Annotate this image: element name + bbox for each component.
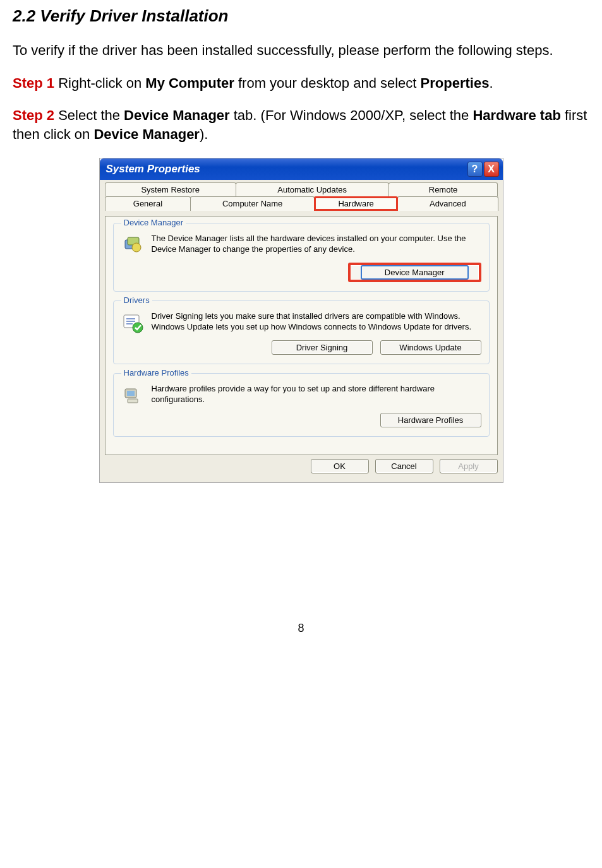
tab-advanced[interactable]: Advanced bbox=[397, 196, 498, 211]
group-device-manager: Device Manager The Device Manager lists … bbox=[113, 223, 490, 292]
tab-row-back: System Restore Automatic Updates Remote bbox=[105, 182, 498, 196]
tab-hardware[interactable]: Hardware bbox=[314, 196, 398, 211]
group-text: Driver Signing lets you make sure that i… bbox=[152, 311, 481, 334]
group-text: The Device Manager lists all the hardwar… bbox=[152, 234, 481, 256]
group-label: Device Manager bbox=[121, 218, 186, 227]
step-1-paragraph: Step 1 Right-click on My Computer from y… bbox=[13, 74, 589, 93]
hardware-profiles-icon bbox=[121, 384, 144, 407]
tab-system-restore[interactable]: System Restore bbox=[105, 182, 236, 196]
step-2-paragraph: Step 2 Select the Device Manager tab. (F… bbox=[13, 106, 589, 143]
group-label: Drivers bbox=[121, 295, 152, 305]
tab-content-hardware: Device Manager The Device Manager lists … bbox=[105, 216, 498, 455]
driver-signing-button[interactable]: Driver Signing bbox=[272, 340, 373, 355]
text: ). bbox=[200, 126, 208, 142]
text: Select the bbox=[54, 107, 124, 123]
text: tab. (For Windows 2000/XP, select the bbox=[230, 107, 473, 123]
tab-computer-name[interactable]: Computer Name bbox=[190, 196, 315, 211]
dialog-title: System Properties bbox=[106, 163, 466, 175]
group-hardware-profiles: Hardware Profiles Hardware profiles prov… bbox=[113, 373, 490, 437]
group-text: Hardware profiles provide a way for you … bbox=[152, 384, 481, 407]
drivers-icon bbox=[121, 311, 144, 334]
hardware-profiles-button[interactable]: Hardware Profiles bbox=[380, 413, 481, 427]
tab-automatic-updates[interactable]: Automatic Updates bbox=[236, 182, 389, 196]
group-drivers: Drivers Driver Signing lets you make sur… bbox=[113, 300, 490, 364]
device-manager-button[interactable]: Device Manager bbox=[348, 263, 481, 282]
section-heading: 2.2 Verify Driver Installation bbox=[13, 6, 589, 26]
text: . bbox=[489, 75, 493, 91]
ok-button[interactable]: OK bbox=[311, 459, 369, 473]
bold-text: My Computer bbox=[145, 75, 234, 91]
group-label: Hardware Profiles bbox=[121, 368, 191, 378]
apply-button[interactable]: Apply bbox=[440, 459, 498, 473]
dialog-body: System Restore Automatic Updates Remote … bbox=[100, 180, 503, 482]
bold-text: Device Manager bbox=[124, 107, 230, 123]
dialog-button-row: OK Cancel Apply bbox=[105, 455, 498, 475]
svg-point-2 bbox=[132, 243, 141, 252]
titlebar: System Properties ? X bbox=[100, 158, 503, 180]
windows-update-button[interactable]: Windows Update bbox=[380, 340, 481, 355]
page-number: 8 bbox=[13, 622, 589, 635]
step-label: Step 1 bbox=[13, 75, 54, 91]
system-properties-dialog: System Properties ? X System Restore Aut… bbox=[99, 158, 503, 483]
button-label: Device Manager bbox=[361, 265, 469, 280]
bold-text: Hardware tab bbox=[473, 107, 560, 123]
svg-rect-6 bbox=[127, 391, 135, 396]
close-button[interactable]: X bbox=[484, 162, 499, 177]
bold-text: Properties bbox=[421, 75, 490, 91]
step-label: Step 2 bbox=[13, 107, 54, 123]
tab-remote[interactable]: Remote bbox=[388, 182, 498, 196]
svg-rect-7 bbox=[128, 399, 138, 403]
tab-row-front: General Computer Name Hardware Advanced bbox=[105, 196, 498, 211]
text: Right-click on bbox=[54, 75, 145, 91]
help-button[interactable]: ? bbox=[467, 162, 483, 177]
cancel-button[interactable]: Cancel bbox=[375, 459, 433, 473]
intro-paragraph: To verify if the driver has been install… bbox=[13, 41, 589, 60]
bold-text: Device Manager bbox=[93, 126, 200, 142]
text: from your desktop and select bbox=[234, 75, 421, 91]
tabs: System Restore Automatic Updates Remote … bbox=[105, 182, 498, 211]
device-manager-icon bbox=[121, 234, 144, 256]
tab-general[interactable]: General bbox=[105, 196, 191, 211]
